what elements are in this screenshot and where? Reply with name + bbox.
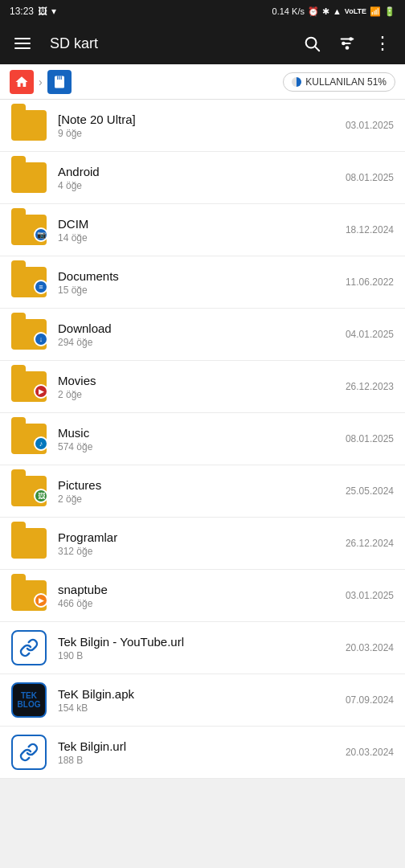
file-meta: 294 öğe [58, 337, 334, 348]
folder-icon-wrap: ♪ [11, 421, 47, 457]
file-name: Tek Bilgin.url [58, 739, 334, 753]
file-date: 20.03.2024 [346, 642, 394, 653]
file-info: Android4 öğe [58, 165, 334, 191]
file-name: DCIM [58, 217, 334, 231]
folder-icon: ♪ [11, 424, 47, 454]
file-list: [Note 20 Ultra]9 öğe03.01.2025Android4 ö… [0, 100, 405, 779]
file-meta: 9 öğe [58, 128, 334, 139]
home-button[interactable] [10, 70, 34, 94]
toolbar: SD kart ⋮ [0, 23, 405, 64]
file-date: 26.12.2023 [346, 381, 394, 392]
folder-icon-wrap [11, 160, 47, 195]
url-icon-wrap [11, 735, 47, 770]
file-name: TeK Bilgin.apk [58, 687, 334, 701]
file-meta: 2 öğe [58, 389, 334, 400]
file-date: 26.12.2024 [346, 538, 394, 549]
list-item[interactable]: ♪Music574 öğe08.01.2025 [0, 413, 405, 465]
file-date: 25.05.2024 [346, 485, 394, 497]
svg-line-1 [315, 47, 319, 51]
file-name: Pictures [58, 478, 334, 492]
file-meta: 4 öğe [58, 180, 334, 191]
folder-icon [11, 528, 47, 559]
list-item[interactable]: Programlar312 öğe26.12.2024 [0, 518, 405, 570]
file-name: Tek Bilgin - YouTube.url [58, 635, 334, 649]
folder-badge-icon: ♪ [34, 436, 48, 451]
folder-badge-icon: ≡ [34, 280, 48, 294]
url-icon-wrap [11, 630, 47, 665]
file-name: Programlar [58, 530, 334, 544]
more-options-button[interactable]: ⋮ [366, 27, 399, 59]
list-item[interactable]: ≡Documents15 öğe11.06.2022 [0, 256, 405, 309]
status-network-speed: 0.14 K/s [272, 6, 305, 16]
apk-icon-wrap: TEKBLOG [11, 682, 47, 718]
file-name: Android [58, 165, 334, 178]
list-item[interactable]: Tek Bilgin.url188 B20.03.2024 [0, 727, 405, 779]
file-info: Music574 öğe [58, 426, 334, 452]
svg-point-6 [342, 42, 346, 46]
storage-usage-badge: KULLANILAN 51% [283, 72, 395, 92]
search-button[interactable] [296, 27, 328, 59]
file-info: TeK Bilgin.apk154 kB [58, 687, 334, 714]
storage-usage-label: KULLANILAN 51% [305, 76, 387, 88]
file-date: 03.01.2025 [346, 120, 394, 131]
list-item[interactable]: 🖼Pictures2 öğe25.05.2024 [0, 465, 405, 518]
file-meta: 466 öğe [58, 598, 334, 609]
file-meta: 15 öğe [58, 285, 334, 296]
list-item[interactable]: [Note 20 Ultra]9 öğe03.01.2025 [0, 100, 405, 152]
toolbar-title: SD kart [50, 35, 292, 52]
folder-badge-icon: 🖼 [34, 489, 48, 503]
file-date: 04.01.2025 [346, 329, 394, 340]
file-name: Music [58, 426, 334, 440]
list-item[interactable]: ▶snaptube466 öğe03.01.2025 [0, 570, 405, 622]
file-info: Documents15 öğe [58, 269, 334, 296]
folder-badge-icon: ↓ [34, 332, 48, 346]
file-info: Tek Bilgin - YouTube.url190 B [58, 635, 334, 661]
search-icon [303, 35, 321, 52]
file-info: Pictures2 öğe [58, 478, 334, 505]
list-item[interactable]: Tek Bilgin - YouTube.url190 B20.03.2024 [0, 622, 405, 674]
list-item[interactable]: Android4 öğe08.01.2025 [0, 152, 405, 204]
menu-button[interactable] [6, 27, 39, 59]
folder-icon-wrap: ▶ [11, 578, 47, 613]
home-icon [14, 75, 29, 89]
list-item[interactable]: ↓Download294 öğe04.01.2025 [0, 309, 405, 361]
status-wifi-icon: ▲ [333, 6, 342, 16]
file-meta: 14 öğe [58, 232, 334, 244]
sdcard-button[interactable] [47, 70, 72, 94]
status-time: 13:23 [10, 6, 34, 17]
file-date: 20.03.2024 [346, 747, 394, 758]
file-meta: 574 öğe [58, 441, 334, 452]
filter-icon [338, 35, 356, 52]
file-info: snaptube466 öğe [58, 583, 334, 609]
status-left: 13:23 🖼 ▾ [10, 6, 56, 17]
breadcrumb-separator: › [39, 76, 43, 88]
storage-usage-indicator [292, 77, 301, 87]
apk-icon: TEKBLOG [11, 682, 47, 718]
list-item[interactable]: 📷DCIM14 öğe18.12.2024 [0, 204, 405, 256]
file-info: Programlar312 öğe [58, 530, 334, 557]
folder-icon-wrap: ▶ [11, 369, 47, 404]
status-right: 0.14 K/s ⏰ ✱ ▲ VoLTE 📶 🔋 [272, 6, 395, 17]
svg-point-5 [349, 37, 353, 41]
url-link-icon [11, 630, 47, 665]
file-name: Documents [58, 269, 334, 283]
url-link-icon [11, 735, 47, 770]
more-icon: ⋮ [374, 35, 391, 52]
folder-icon-wrap: ↓ [11, 317, 47, 352]
list-item[interactable]: ▶Movies2 öğe26.12.2023 [0, 361, 405, 413]
filter-button[interactable] [331, 27, 363, 59]
folder-icon: 📷 [11, 215, 47, 245]
list-item[interactable]: TEKBLOGTeK Bilgin.apk154 kB07.09.2024 [0, 674, 405, 727]
status-bar: 13:23 🖼 ▾ 0.14 K/s ⏰ ✱ ▲ VoLTE 📶 🔋 [0, 0, 405, 23]
file-name: Movies [58, 374, 334, 387]
folder-badge-icon: 📷 [34, 227, 48, 242]
file-name: Download [58, 321, 334, 335]
hamburger-icon [8, 31, 37, 55]
file-info: Tek Bilgin.url188 B [58, 739, 334, 766]
status-alarm-icon: ⏰ [308, 6, 319, 17]
file-date: 18.12.2024 [346, 224, 394, 235]
status-photo-icon: 🖼 [38, 6, 47, 17]
folder-icon: 🖼 [11, 476, 47, 506]
status-lte-icon: VoLTE [345, 7, 366, 15]
breadcrumb-left: › [10, 70, 72, 94]
